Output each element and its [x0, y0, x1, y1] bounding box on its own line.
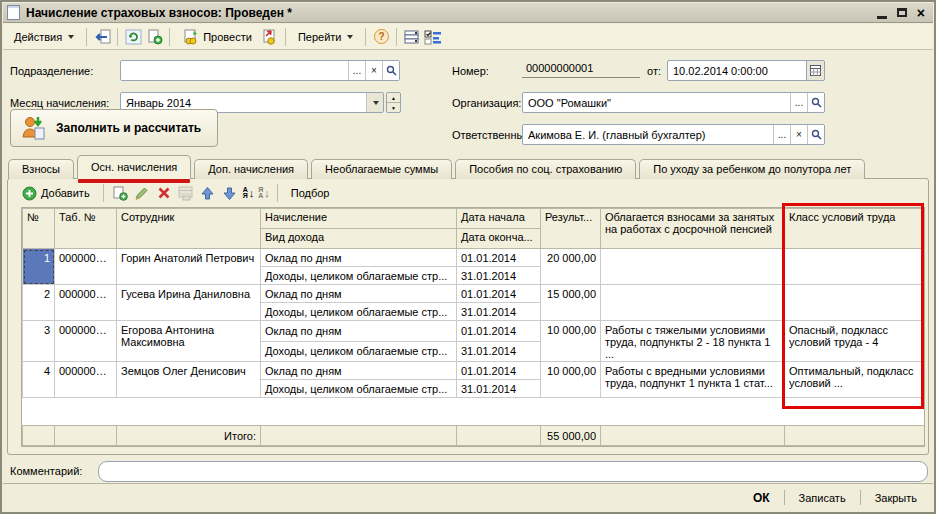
cell-date-end[interactable]: 31.01.2014 [457, 380, 541, 398]
cell-row-number[interactable]: 2 [23, 285, 55, 321]
header-income-type[interactable]: Вид дохода [261, 229, 457, 249]
cell-accrual[interactable]: Оклад по дням [261, 321, 457, 342]
cell-row-number[interactable]: 3 [23, 321, 55, 362]
cell-income-type[interactable]: Доходы, целиком облагаемые стр... [261, 380, 457, 398]
lookup-button[interactable] [382, 61, 399, 80]
header-accrual[interactable]: Начисление [261, 209, 457, 229]
dropdown-button[interactable] [366, 93, 383, 112]
header-date-end[interactable]: Дата оконча... [457, 229, 541, 249]
cell-tab-number[interactable]: 00000000... [55, 285, 117, 321]
cell-early-pension[interactable] [601, 285, 785, 321]
minimize-button[interactable] [877, 7, 887, 19]
tab-0[interactable]: Взносы [8, 159, 74, 179]
save-and-close-button[interactable] [93, 28, 111, 46]
table-row[interactable]: 400000000...Земцов Олег ДенисовичОклад п… [23, 362, 925, 380]
header-early-pension[interactable]: Облагается взносами за занятых на работа… [601, 209, 785, 249]
visibility-settings-button[interactable] [424, 28, 442, 46]
copy-row-button[interactable] [111, 184, 129, 202]
ok-button[interactable]: ОК [747, 489, 776, 507]
spin-up-icon[interactable]: ▲ [387, 93, 400, 103]
end-edit-button[interactable] [177, 184, 195, 202]
tab-2[interactable]: Доп. начисления [194, 159, 308, 179]
tab-3[interactable]: Необлагаемые суммы [311, 159, 452, 179]
cell-employee[interactable]: Земцов Олег Денисович [117, 362, 261, 398]
sort-desc-button[interactable]: Я А ↓ [258, 187, 270, 199]
comment-field[interactable] [98, 461, 928, 482]
cell-date-start[interactable]: 01.01.2014 [457, 285, 541, 303]
add-row-button[interactable]: Добавить [16, 183, 96, 204]
number-field[interactable]: 00000000001 [522, 60, 640, 78]
clear-button[interactable]: × [790, 125, 807, 144]
cell-income-type[interactable]: Доходы, целиком облагаемые стр... [261, 267, 457, 285]
cell-row-number[interactable]: 1 [23, 249, 55, 285]
close-button[interactable]: × [917, 7, 925, 19]
header-labor-class[interactable]: Класс условий труда [785, 209, 925, 249]
cell-accrual[interactable]: Оклад по дням [261, 362, 457, 380]
help-button[interactable]: ? [372, 28, 390, 46]
cell-result[interactable]: 20 000,00 [541, 249, 601, 285]
department-field[interactable]: ... × [120, 60, 400, 81]
cell-labor-class[interactable]: Опасный, подкласс условий труда - 4 [785, 321, 925, 362]
cell-early-pension[interactable]: Работы с тяжелыми условиями труда, подпу… [601, 321, 785, 362]
cell-employee[interactable]: Горин Анатолий Петрович [117, 249, 261, 285]
move-up-button[interactable] [199, 184, 217, 202]
tab-4[interactable]: Пособия по соц. страхованию [455, 159, 636, 179]
cell-employee[interactable]: Егорова Антонина Максимовна [117, 321, 261, 362]
ellipsis-button[interactable]: ... [790, 93, 807, 112]
delete-row-button[interactable] [155, 184, 173, 202]
cell-result[interactable]: 10 000,00 [541, 321, 601, 362]
table-row[interactable]: 300000000...Егорова Антонина МаксимовнаО… [23, 321, 925, 342]
cell-early-pension[interactable]: Работы с вредными условиями труда, подпу… [601, 362, 785, 398]
pick-button[interactable]: Подбор [285, 184, 336, 202]
cell-date-start[interactable]: 01.01.2014 [457, 362, 541, 380]
fill-and-calculate-button[interactable]: Заполнить и рассчитать [10, 109, 218, 147]
clear-button[interactable]: × [365, 61, 382, 80]
cell-accrual[interactable]: Оклад по дням [261, 285, 457, 303]
cell-income-type[interactable]: Доходы, целиком облагаемые стр... [261, 341, 457, 362]
cell-early-pension[interactable] [601, 249, 785, 285]
cell-tab-number[interactable]: 00000000... [55, 362, 117, 398]
close-window-button[interactable]: Закрыть [869, 490, 923, 506]
cell-date-start[interactable]: 01.01.2014 [457, 249, 541, 267]
spin-down-icon[interactable]: ▼ [387, 103, 400, 112]
organization-field[interactable]: ООО "Ромашки" ... [522, 92, 825, 113]
unpost-button[interactable] [261, 28, 279, 46]
sort-asc-button[interactable]: А Я ↓ [243, 187, 255, 199]
cell-date-end[interactable]: 31.01.2014 [457, 303, 541, 321]
cell-date-start[interactable]: 01.01.2014 [457, 321, 541, 342]
maximize-button[interactable] [897, 8, 907, 17]
cell-result[interactable]: 10 000,00 [541, 362, 601, 398]
tab-5[interactable]: По уходу за ребенком до полутора лет [639, 159, 865, 179]
table-row[interactable]: 100000000...Горин Анатолий ПетровичОклад… [23, 249, 925, 267]
header-num[interactable]: № [23, 209, 55, 249]
save-button[interactable]: Записать [793, 490, 852, 506]
cell-result[interactable]: 15 000,00 [541, 285, 601, 321]
table-empty-area[interactable] [22, 398, 924, 425]
move-down-button[interactable] [221, 184, 239, 202]
edit-row-button[interactable] [133, 184, 151, 202]
table-row[interactable]: 200000000...Гусева Ирина ДаниловнаОклад … [23, 285, 925, 303]
ellipsis-button[interactable]: ... [348, 61, 365, 80]
cell-labor-class[interactable] [785, 285, 925, 321]
goto-menu-button[interactable]: Перейти [292, 28, 360, 46]
header-employee[interactable]: Сотрудник [117, 209, 261, 249]
header-date-start[interactable]: Дата начала [457, 209, 541, 229]
cell-row-number[interactable]: 4 [23, 362, 55, 398]
cell-accrual[interactable]: Оклад по дням [261, 249, 457, 267]
date-field[interactable]: 10.02.2014 0:00:00 [667, 60, 825, 81]
cell-employee[interactable]: Гусева Ирина Даниловна [117, 285, 261, 321]
tab-1[interactable]: Осн. начисления [77, 155, 191, 179]
calendar-button[interactable] [806, 61, 824, 80]
actions-menu-button[interactable]: Действия [8, 28, 80, 46]
list-settings-button[interactable] [403, 28, 421, 46]
post-button[interactable]: Провести [176, 26, 258, 48]
cell-date-end[interactable]: 31.01.2014 [457, 341, 541, 362]
copy-button[interactable] [145, 28, 163, 46]
cell-tab-number[interactable]: 00000000... [55, 321, 117, 362]
month-spinner[interactable]: ▲ ▼ [386, 92, 401, 113]
header-result[interactable]: Результ... [541, 209, 601, 249]
lookup-button[interactable] [807, 93, 824, 112]
header-tab-num[interactable]: Таб. № [55, 209, 117, 249]
cell-date-end[interactable]: 31.01.2014 [457, 267, 541, 285]
lookup-button[interactable] [807, 125, 824, 144]
